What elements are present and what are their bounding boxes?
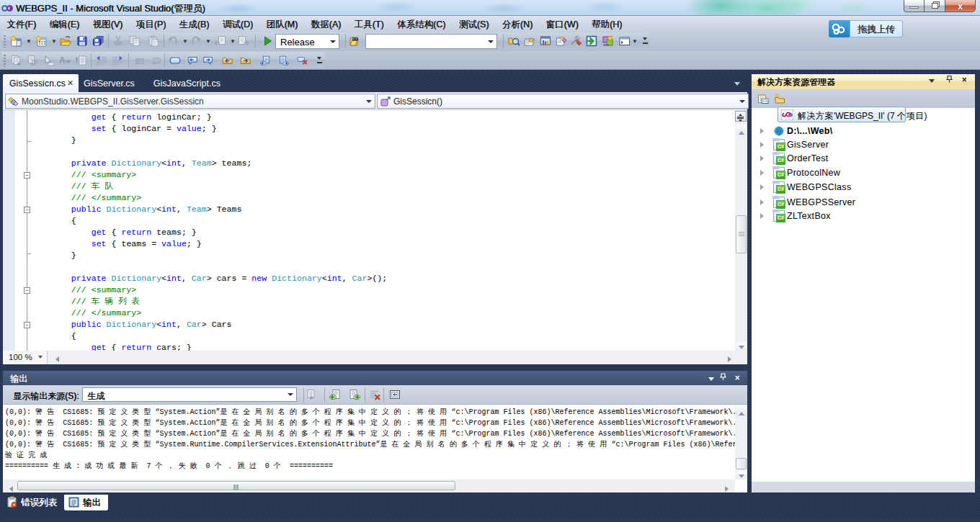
svg-text:A: A xyxy=(59,55,66,66)
